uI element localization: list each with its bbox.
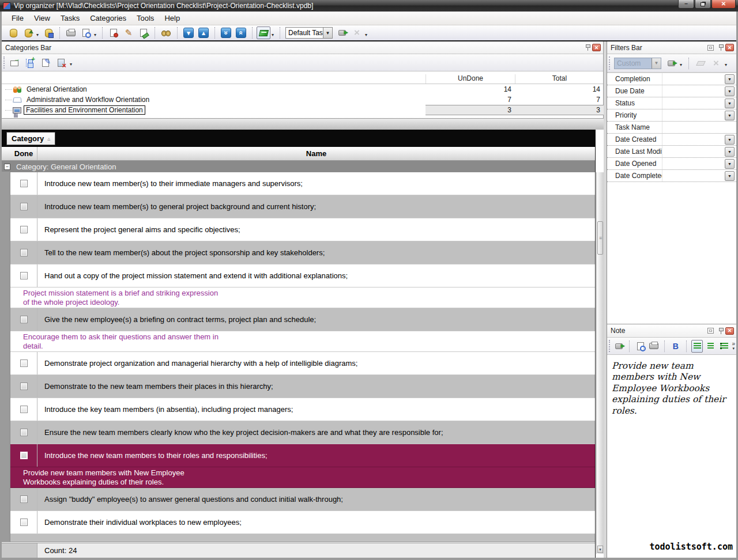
filter-value-field[interactable] — [662, 73, 725, 85]
collapse-group-icon[interactable]: − — [4, 164, 10, 170]
close-button[interactable]: ✕ — [711, 0, 736, 9]
group-by-category-button[interactable]: Category ▵ — [6, 132, 55, 145]
undone-column-header[interactable]: UnDone — [426, 74, 515, 84]
chevron-down-icon[interactable]: ▾ — [36, 32, 39, 37]
note-restore-button[interactable] — [706, 327, 715, 335]
filters-restore-button[interactable] — [706, 44, 715, 52]
task-note-row[interactable]: Encourage them to ask their questions an… — [2, 331, 595, 352]
delete-category-button[interactable] — [54, 56, 68, 69]
move-down-button[interactable]: ▾ — [182, 27, 195, 39]
filters-close-button[interactable]: ✕ — [725, 44, 734, 51]
new-database-button[interactable] — [6, 27, 20, 39]
chevron-down-icon[interactable]: ▾ — [70, 62, 72, 67]
new-task-button[interactable] — [107, 27, 121, 39]
move-to-bottom-button[interactable]: » — [219, 27, 233, 39]
note-pin-button[interactable] — [717, 327, 725, 335]
task-row[interactable]: Introduce the key team members (in absen… — [2, 398, 595, 421]
more-options-icon[interactable]: ▾ — [725, 62, 727, 67]
menu-item-file[interactable]: File — [6, 12, 29, 24]
task-note-row[interactable]: Provide new team members with New Employ… — [2, 467, 595, 488]
filter-dropdown-button[interactable]: ▼ — [725, 86, 735, 96]
filter-dropdown-button[interactable]: ▼ — [725, 171, 735, 181]
align-left-button[interactable] — [691, 340, 703, 353]
task-row[interactable]: Ensure the new team members clearly know… — [2, 421, 595, 444]
task-row[interactable]: Demonstrate project organization and man… — [2, 352, 595, 375]
menu-item-help[interactable]: Help — [159, 12, 185, 24]
task-checkbox[interactable] — [20, 180, 28, 187]
find-button[interactable] — [159, 27, 173, 39]
horizontal-splitter[interactable] — [2, 118, 604, 130]
task-row[interactable]: Introduce new team member(s) to general … — [2, 195, 595, 218]
filter-dropdown-button[interactable]: ▼ — [725, 135, 735, 145]
new-subcategory-button[interactable] — [23, 56, 37, 69]
scrollbar-down-arrow[interactable]: ▾ — [597, 546, 603, 553]
chevron-down-icon[interactable]: ▼ — [323, 28, 332, 38]
task-checkbox[interactable] — [20, 226, 28, 233]
category-row[interactable]: General Orientation1414 — [2, 84, 603, 94]
filter-dropdown-button[interactable]: ▼ — [725, 74, 735, 84]
assign-task-button[interactable] — [335, 27, 349, 39]
chevron-down-icon[interactable]: ▾ — [680, 62, 682, 67]
task-checkbox[interactable] — [20, 429, 28, 436]
filter-value-field[interactable] — [662, 85, 725, 97]
task-checkbox[interactable] — [20, 272, 28, 279]
notes-view-button[interactable] — [257, 27, 270, 39]
task-row[interactable]: Assign "buddy" employee(s) to answer gen… — [2, 488, 595, 511]
assign-note-button[interactable] — [613, 340, 624, 353]
filter-value-field[interactable] — [662, 109, 725, 121]
filter-dropdown-button[interactable]: ▼ — [725, 99, 735, 108]
menu-item-tools[interactable]: Tools — [131, 12, 159, 24]
task-type-combobox[interactable]: Default Task▼ — [285, 27, 333, 39]
filter-preset-combobox[interactable]: Custom▼ — [614, 58, 661, 69]
filters-pin-button[interactable] — [717, 44, 725, 52]
categories-close-button[interactable]: ✕ — [592, 44, 601, 51]
chevron-down-icon[interactable]: ▾ — [272, 32, 274, 37]
edit-task-button[interactable] — [122, 27, 135, 39]
task-checkbox[interactable] — [20, 203, 28, 210]
task-row[interactable]: Introduce new team member(s) to their im… — [2, 172, 595, 195]
category-row[interactable]: Administrative and Workflow Orientation7… — [2, 94, 603, 105]
filter-value-field[interactable] — [662, 146, 725, 157]
task-checkbox[interactable] — [20, 383, 28, 390]
note-text[interactable]: Provide new team members with New Employ… — [607, 355, 736, 417]
menu-item-view[interactable]: View — [29, 12, 55, 24]
menu-item-categories[interactable]: Categories — [85, 12, 131, 24]
task-row[interactable]: Give the new employee(s) a briefing on c… — [2, 308, 595, 331]
filter-value-field[interactable] — [662, 158, 725, 169]
print-preview-button[interactable] — [79, 27, 93, 39]
edit-category-button[interactable] — [39, 56, 52, 69]
task-note-row[interactable]: Project mission statement is a brief and… — [2, 287, 595, 308]
preview-note-button[interactable] — [634, 340, 646, 353]
task-checkbox[interactable] — [20, 406, 28, 413]
filter-value-field[interactable] — [662, 170, 725, 181]
category-group-row[interactable]: − Category: General Orientation — [2, 161, 595, 172]
print-button[interactable] — [64, 27, 78, 39]
minimize-button[interactable]: – — [678, 0, 694, 9]
task-checkbox[interactable] — [20, 519, 28, 526]
filter-dropdown-button[interactable]: ▼ — [725, 111, 735, 120]
note-close-button[interactable]: ✕ — [725, 327, 734, 335]
total-column-header[interactable]: Total — [515, 74, 604, 84]
apply-filter-button[interactable] — [664, 57, 678, 70]
align-center-button[interactable] — [705, 340, 716, 353]
filter-value-field[interactable] — [662, 134, 725, 145]
chevron-down-icon[interactable]: ▾ — [94, 32, 96, 37]
move-to-top-button[interactable]: « — [234, 27, 248, 39]
new-category-button[interactable] — [7, 56, 21, 69]
task-row[interactable]: Demonstrate to the new team members thei… — [2, 375, 595, 398]
open-database-button[interactable] — [21, 27, 35, 39]
filter-value-field[interactable] — [662, 122, 736, 133]
filter-dropdown-button[interactable]: ▼ — [725, 147, 735, 157]
bullet-list-button[interactable] — [718, 340, 730, 353]
task-row[interactable]: Hand out a copy of the project mission s… — [2, 264, 595, 287]
save-database-button[interactable] — [42, 27, 55, 39]
category-row[interactable]: Facilities and Environment Orientation33 — [2, 105, 603, 115]
task-grid-scrollbar[interactable]: ▾ — [596, 172, 604, 554]
task-row[interactable]: Tell to the new team member(s) about the… — [2, 241, 595, 264]
done-column-header[interactable]: Done — [10, 147, 37, 160]
print-note-button[interactable] — [648, 340, 660, 353]
filter-dropdown-button[interactable]: ▼ — [725, 159, 735, 169]
name-column-header[interactable]: Name — [37, 147, 595, 160]
bold-button[interactable] — [669, 340, 681, 353]
task-row[interactable]: Represent the project general aims and s… — [2, 218, 595, 241]
